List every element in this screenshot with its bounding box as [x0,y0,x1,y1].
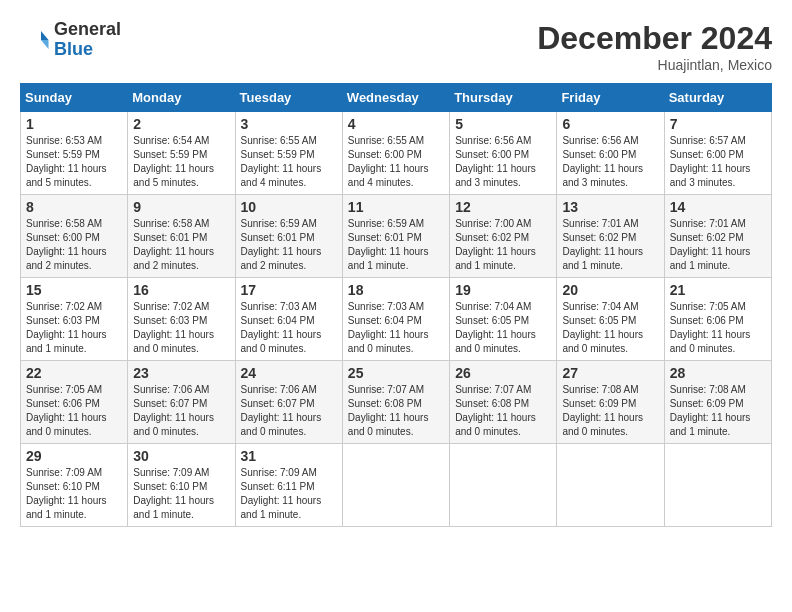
calendar-cell: 26Sunrise: 7:07 AM Sunset: 6:08 PM Dayli… [450,361,557,444]
day-info: Sunrise: 7:09 AM Sunset: 6:11 PM Dayligh… [241,466,337,522]
day-info: Sunrise: 7:02 AM Sunset: 6:03 PM Dayligh… [133,300,229,356]
day-info: Sunrise: 7:01 AM Sunset: 6:02 PM Dayligh… [562,217,658,273]
calendar-day-header: Wednesday [342,84,449,112]
day-info: Sunrise: 6:56 AM Sunset: 6:00 PM Dayligh… [562,134,658,190]
calendar-cell: 19Sunrise: 7:04 AM Sunset: 6:05 PM Dayli… [450,278,557,361]
day-info: Sunrise: 6:53 AM Sunset: 5:59 PM Dayligh… [26,134,122,190]
day-info: Sunrise: 7:03 AM Sunset: 6:04 PM Dayligh… [348,300,444,356]
day-number: 21 [670,282,766,298]
calendar-day-header: Tuesday [235,84,342,112]
logo-icon [20,25,50,55]
calendar-cell: 20Sunrise: 7:04 AM Sunset: 6:05 PM Dayli… [557,278,664,361]
day-info: Sunrise: 6:59 AM Sunset: 6:01 PM Dayligh… [348,217,444,273]
calendar-cell [664,444,771,527]
day-info: Sunrise: 7:01 AM Sunset: 6:02 PM Dayligh… [670,217,766,273]
day-number: 17 [241,282,337,298]
calendar-day-header: Sunday [21,84,128,112]
calendar-header-row: SundayMondayTuesdayWednesdayThursdayFrid… [21,84,772,112]
calendar-table: SundayMondayTuesdayWednesdayThursdayFrid… [20,83,772,527]
day-number: 25 [348,365,444,381]
title-block: December 2024 Huajintlan, Mexico [537,20,772,73]
calendar-cell: 15Sunrise: 7:02 AM Sunset: 6:03 PM Dayli… [21,278,128,361]
calendar-cell: 4Sunrise: 6:55 AM Sunset: 6:00 PM Daylig… [342,112,449,195]
day-number: 4 [348,116,444,132]
calendar-cell: 29Sunrise: 7:09 AM Sunset: 6:10 PM Dayli… [21,444,128,527]
calendar-day-header: Monday [128,84,235,112]
calendar-cell: 9Sunrise: 6:58 AM Sunset: 6:01 PM Daylig… [128,195,235,278]
day-number: 6 [562,116,658,132]
day-number: 31 [241,448,337,464]
day-info: Sunrise: 6:55 AM Sunset: 6:00 PM Dayligh… [348,134,444,190]
calendar-day-header: Saturday [664,84,771,112]
calendar-day-header: Friday [557,84,664,112]
calendar-cell: 3Sunrise: 6:55 AM Sunset: 5:59 PM Daylig… [235,112,342,195]
calendar-cell: 30Sunrise: 7:09 AM Sunset: 6:10 PM Dayli… [128,444,235,527]
day-info: Sunrise: 7:05 AM Sunset: 6:06 PM Dayligh… [26,383,122,439]
day-number: 28 [670,365,766,381]
calendar-cell: 11Sunrise: 6:59 AM Sunset: 6:01 PM Dayli… [342,195,449,278]
location: Huajintlan, Mexico [537,57,772,73]
calendar-cell: 17Sunrise: 7:03 AM Sunset: 6:04 PM Dayli… [235,278,342,361]
day-info: Sunrise: 7:08 AM Sunset: 6:09 PM Dayligh… [670,383,766,439]
page-header: General Blue December 2024 Huajintlan, M… [20,20,772,73]
day-number: 23 [133,365,229,381]
day-number: 3 [241,116,337,132]
calendar-cell: 25Sunrise: 7:07 AM Sunset: 6:08 PM Dayli… [342,361,449,444]
calendar-cell: 21Sunrise: 7:05 AM Sunset: 6:06 PM Dayli… [664,278,771,361]
calendar-cell: 7Sunrise: 6:57 AM Sunset: 6:00 PM Daylig… [664,112,771,195]
day-info: Sunrise: 6:55 AM Sunset: 5:59 PM Dayligh… [241,134,337,190]
day-number: 10 [241,199,337,215]
calendar-cell: 1Sunrise: 6:53 AM Sunset: 5:59 PM Daylig… [21,112,128,195]
day-number: 12 [455,199,551,215]
logo: General Blue [20,20,121,60]
day-number: 14 [670,199,766,215]
day-number: 7 [670,116,766,132]
calendar-cell: 22Sunrise: 7:05 AM Sunset: 6:06 PM Dayli… [21,361,128,444]
day-info: Sunrise: 6:58 AM Sunset: 6:01 PM Dayligh… [133,217,229,273]
day-info: Sunrise: 7:09 AM Sunset: 6:10 PM Dayligh… [26,466,122,522]
day-info: Sunrise: 7:00 AM Sunset: 6:02 PM Dayligh… [455,217,551,273]
calendar-cell: 18Sunrise: 7:03 AM Sunset: 6:04 PM Dayli… [342,278,449,361]
day-info: Sunrise: 6:56 AM Sunset: 6:00 PM Dayligh… [455,134,551,190]
calendar-cell: 5Sunrise: 6:56 AM Sunset: 6:00 PM Daylig… [450,112,557,195]
day-number: 15 [26,282,122,298]
day-number: 20 [562,282,658,298]
day-info: Sunrise: 7:06 AM Sunset: 6:07 PM Dayligh… [133,383,229,439]
day-number: 24 [241,365,337,381]
day-info: Sunrise: 7:07 AM Sunset: 6:08 PM Dayligh… [348,383,444,439]
day-info: Sunrise: 6:54 AM Sunset: 5:59 PM Dayligh… [133,134,229,190]
calendar-cell: 6Sunrise: 6:56 AM Sunset: 6:00 PM Daylig… [557,112,664,195]
day-number: 8 [26,199,122,215]
day-number: 30 [133,448,229,464]
day-info: Sunrise: 7:05 AM Sunset: 6:06 PM Dayligh… [670,300,766,356]
calendar-cell: 8Sunrise: 6:58 AM Sunset: 6:00 PM Daylig… [21,195,128,278]
day-info: Sunrise: 7:04 AM Sunset: 6:05 PM Dayligh… [455,300,551,356]
day-info: Sunrise: 7:02 AM Sunset: 6:03 PM Dayligh… [26,300,122,356]
day-number: 27 [562,365,658,381]
day-info: Sunrise: 7:03 AM Sunset: 6:04 PM Dayligh… [241,300,337,356]
day-info: Sunrise: 7:07 AM Sunset: 6:08 PM Dayligh… [455,383,551,439]
calendar-cell: 24Sunrise: 7:06 AM Sunset: 6:07 PM Dayli… [235,361,342,444]
day-number: 11 [348,199,444,215]
calendar-cell: 27Sunrise: 7:08 AM Sunset: 6:09 PM Dayli… [557,361,664,444]
day-info: Sunrise: 7:08 AM Sunset: 6:09 PM Dayligh… [562,383,658,439]
day-number: 29 [26,448,122,464]
svg-marker-1 [41,40,49,49]
calendar-cell: 12Sunrise: 7:00 AM Sunset: 6:02 PM Dayli… [450,195,557,278]
day-number: 1 [26,116,122,132]
day-info: Sunrise: 6:58 AM Sunset: 6:00 PM Dayligh… [26,217,122,273]
day-number: 2 [133,116,229,132]
calendar-cell: 13Sunrise: 7:01 AM Sunset: 6:02 PM Dayli… [557,195,664,278]
calendar-cell: 23Sunrise: 7:06 AM Sunset: 6:07 PM Dayli… [128,361,235,444]
calendar-cell: 10Sunrise: 6:59 AM Sunset: 6:01 PM Dayli… [235,195,342,278]
day-number: 18 [348,282,444,298]
calendar-cell: 16Sunrise: 7:02 AM Sunset: 6:03 PM Dayli… [128,278,235,361]
day-number: 9 [133,199,229,215]
calendar-cell: 28Sunrise: 7:08 AM Sunset: 6:09 PM Dayli… [664,361,771,444]
month-title: December 2024 [537,20,772,57]
day-number: 16 [133,282,229,298]
logo-text: General Blue [54,20,121,60]
day-number: 19 [455,282,551,298]
calendar-cell [557,444,664,527]
day-info: Sunrise: 7:09 AM Sunset: 6:10 PM Dayligh… [133,466,229,522]
